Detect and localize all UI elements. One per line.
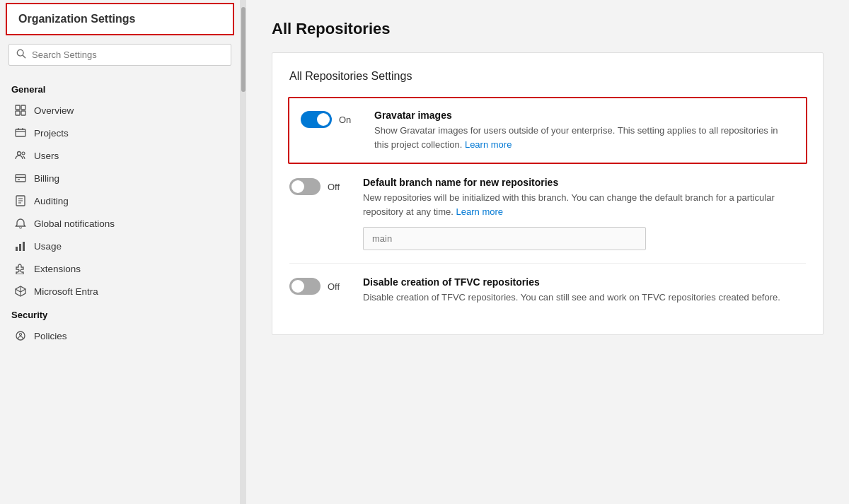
sidebar-scrollbar[interactable] xyxy=(241,0,246,504)
svg-rect-3 xyxy=(21,105,25,110)
default-branch-toggle-area: Off xyxy=(289,177,346,195)
svg-point-11 xyxy=(22,152,25,155)
grid-icon xyxy=(14,104,27,117)
svg-rect-21 xyxy=(23,242,25,251)
svg-line-1 xyxy=(23,55,25,58)
disable-tfvc-info: Disable creation of TFVC repositories Di… xyxy=(363,276,806,305)
default-branch-info: Default branch name for new repositories… xyxy=(363,177,806,250)
policies-icon xyxy=(14,329,27,342)
gravatar-toggle[interactable] xyxy=(301,111,332,128)
gravatar-learn-more[interactable]: Learn more xyxy=(465,139,512,150)
svg-rect-19 xyxy=(16,247,18,251)
gravatar-toggle-label: On xyxy=(339,115,351,125)
sidebar-item-label: Extensions xyxy=(34,264,81,274)
sidebar-item-extensions[interactable]: Extensions xyxy=(0,257,240,280)
sidebar-item-projects[interactable]: Projects xyxy=(0,122,240,144)
setting-row-disable-tfvc: Off Disable creation of TFVC repositorie… xyxy=(289,264,806,317)
branch-name-input[interactable] xyxy=(363,227,646,250)
users-icon xyxy=(14,149,27,162)
sidebar-item-global-notifications[interactable]: Global notifications xyxy=(0,212,240,235)
gravatar-desc: Show Gravatar images for users outside o… xyxy=(374,124,795,151)
disable-tfvc-name: Disable creation of TFVC repositories xyxy=(363,276,806,288)
sidebar-item-label: Users xyxy=(34,151,59,161)
usage-icon xyxy=(14,240,27,252)
sidebar-item-users[interactable]: Users xyxy=(0,144,240,167)
sidebar-item-label: Microsoft Entra xyxy=(34,286,98,297)
svg-rect-5 xyxy=(21,111,25,115)
search-input[interactable] xyxy=(32,49,224,60)
svg-rect-4 xyxy=(16,111,20,115)
notifications-icon xyxy=(14,217,27,230)
disable-tfvc-desc: Disable creation of TFVC repositories. Y… xyxy=(363,291,806,305)
entra-icon xyxy=(14,285,27,298)
sidebar-item-label: Auditing xyxy=(34,196,69,206)
default-branch-toggle[interactable] xyxy=(289,178,320,195)
page-title: All Repositories xyxy=(272,20,824,38)
default-branch-learn-more[interactable]: Learn more xyxy=(456,206,503,217)
disable-tfvc-toggle-area: Off xyxy=(289,276,346,295)
sidebar-item-label: Billing xyxy=(34,173,59,184)
sidebar-item-policies[interactable]: Policies xyxy=(0,324,240,347)
sidebar-item-microsoft-entra[interactable]: Microsoft Entra xyxy=(0,280,240,303)
disable-tfvc-toggle[interactable] xyxy=(289,278,320,295)
sidebar: Organization Settings General Overview xyxy=(0,0,241,504)
gravatar-name: Gravatar images xyxy=(374,110,795,121)
svg-rect-2 xyxy=(16,105,20,110)
org-settings-title: Organization Settings xyxy=(6,3,234,35)
sidebar-item-label: Projects xyxy=(34,128,69,139)
settings-card: All Repositories Settings On Gravatar im… xyxy=(272,52,824,335)
disable-tfvc-toggle-label: Off xyxy=(328,281,340,292)
general-section-label: General xyxy=(0,77,240,99)
default-branch-toggle-label: Off xyxy=(328,182,340,192)
extensions-icon xyxy=(14,262,27,275)
gravatar-toggle-area: On xyxy=(301,110,357,128)
sidebar-item-label: Overview xyxy=(34,105,74,116)
setting-row-gravatar: On Gravatar images Show Gravatar images … xyxy=(288,97,807,164)
security-section-label: Security xyxy=(0,303,240,324)
sidebar-item-billing[interactable]: Billing xyxy=(0,167,240,189)
projects-icon xyxy=(14,127,27,139)
billing-icon xyxy=(14,172,27,184)
sidebar-item-label: Usage xyxy=(34,241,62,252)
scrollbar-thumb[interactable] xyxy=(241,7,246,92)
default-branch-name: Default branch name for new repositories xyxy=(363,177,806,188)
sidebar-item-overview[interactable]: Overview xyxy=(0,99,240,122)
sidebar-item-auditing[interactable]: Auditing xyxy=(0,189,240,212)
svg-rect-12 xyxy=(16,175,25,182)
main-content: All Repositories All Repositories Settin… xyxy=(246,0,849,504)
gravatar-info: Gravatar images Show Gravatar images for… xyxy=(374,110,795,151)
svg-rect-6 xyxy=(16,129,25,136)
setting-row-default-branch: Off Default branch name for new reposito… xyxy=(289,164,806,264)
search-box[interactable] xyxy=(8,44,231,66)
sidebar-item-usage[interactable]: Usage xyxy=(0,235,240,257)
sidebar-item-label: Policies xyxy=(34,331,67,341)
svg-point-23 xyxy=(20,334,22,336)
svg-point-10 xyxy=(18,152,21,156)
card-title: All Repositories Settings xyxy=(289,70,806,83)
default-branch-desc: New repositories will be initialized wit… xyxy=(363,191,806,218)
svg-rect-20 xyxy=(19,244,21,251)
sidebar-item-label: Global notifications xyxy=(34,218,115,229)
search-icon xyxy=(16,49,26,61)
auditing-icon xyxy=(14,194,27,207)
